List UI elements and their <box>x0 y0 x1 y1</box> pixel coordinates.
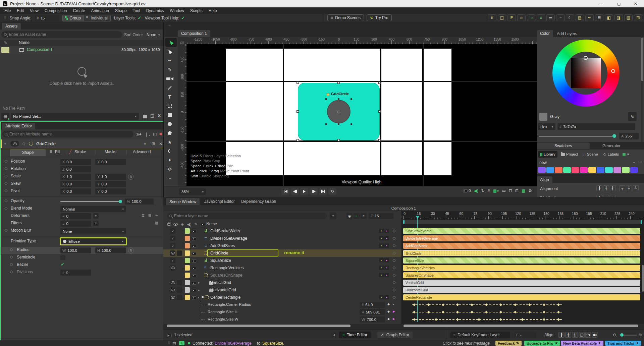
menu-help[interactable]: Help <box>206 8 220 13</box>
tab-attribute-editor[interactable]: Attribute Editor <box>2 123 35 129</box>
pin-icon[interactable]: ⌖ <box>144 141 146 146</box>
divisions-field[interactable]: #0 <box>60 270 91 276</box>
isolate-icon[interactable]: ◉ <box>346 213 353 219</box>
swatch[interactable] <box>555 167 562 173</box>
expand-icon[interactable]: ▸ <box>198 281 200 284</box>
status-target-link[interactable]: SquareSize. <box>262 341 284 346</box>
feedback-button[interactable]: Feedback✎ <box>495 341 522 346</box>
visibility-eye[interactable] <box>170 287 175 293</box>
layer-swatch[interactable] <box>185 228 190 234</box>
align-left-button[interactable]: ┠ <box>596 185 602 191</box>
snap-angle-input[interactable]: #15 <box>35 15 59 21</box>
solo-ring[interactable] <box>393 259 395 262</box>
layer-name[interactable]: GridCircle <box>210 251 228 255</box>
timeline-ruler[interactable]: 0153045607590105120135150165180195210225… <box>401 211 644 219</box>
viewport-help-checkbox[interactable]: ✓ <box>181 15 185 20</box>
swatch[interactable] <box>605 167 613 173</box>
palette-more-icon[interactable]: ⋯ <box>638 160 642 164</box>
try-pro-button[interactable]: ↯Try Pro <box>367 14 392 21</box>
dots-grid-icon[interactable]: ⠿ <box>488 14 496 21</box>
go-to-end-button[interactable] <box>319 188 327 195</box>
layer-name[interactable]: SquaresOnShape <box>210 273 242 278</box>
kf-align-left-button[interactable]: ┠ <box>558 332 565 338</box>
palette-caret-icon[interactable]: ▾ <box>633 161 635 164</box>
pick-column-icon[interactable]: ✎ <box>194 222 198 227</box>
deformer-wave-icon[interactable]: ∿ <box>155 213 158 218</box>
arc-tool[interactable] <box>164 147 175 156</box>
swatch[interactable] <box>580 167 588 173</box>
visibility-check[interactable]: ✓ <box>170 258 175 263</box>
keyframe-diamond-icon[interactable]: ◆ <box>387 317 390 321</box>
rotation-z-field[interactable]: Z0.0 <box>60 166 91 172</box>
swatch[interactable] <box>630 167 638 173</box>
selection-handle[interactable] <box>297 81 299 84</box>
layer-row[interactable]: ▸ VerticalGrid <box>163 279 401 286</box>
keyframe-indicators[interactable]: ◖▸ <box>379 243 389 248</box>
menu-composition[interactable]: Composition <box>42 8 70 13</box>
trash-icon[interactable]: ✖ <box>158 113 161 118</box>
layer-camera-icon[interactable] <box>192 252 196 255</box>
h-scrollbar[interactable] <box>167 325 351 327</box>
library-source-button[interactable]: |||Library <box>538 151 557 158</box>
kf-align-center-button[interactable]: ╂ <box>565 332 571 338</box>
layer-row[interactable]: ✓ GridStrokeWidth ◖▸ <box>163 227 401 235</box>
opacity-value-field[interactable]: %100.0 <box>125 198 154 205</box>
sliders-icon[interactable]: ⚌ <box>546 14 555 21</box>
text-tool[interactable]: T <box>164 92 175 101</box>
collapse-icon[interactable]: ▾ <box>198 296 199 299</box>
layer-swatch[interactable] <box>185 287 190 293</box>
audio-column-icon[interactable]: ◀) <box>187 222 191 227</box>
visibility-check[interactable]: ✓ <box>170 236 175 241</box>
keyframe-indicators[interactable]: ◖▸ <box>379 273 389 277</box>
add-filter-button[interactable]: + <box>93 221 99 226</box>
line-tool[interactable] <box>164 83 175 92</box>
layer-swatch[interactable] <box>185 258 190 263</box>
camera-count-button[interactable]: 0 <box>463 188 471 193</box>
layer-name[interactable]: CenterRectangle <box>210 295 240 300</box>
solo-ring[interactable] <box>393 289 395 291</box>
deformer-graph-icon[interactable]: ⊞ <box>148 213 151 218</box>
solo-ring[interactable] <box>393 281 395 284</box>
close-attributes-icon[interactable]: ✕ <box>159 141 162 146</box>
attribute-row[interactable]: Rectangle.Corner Radius #64.0 ◆ ▸ <box>163 301 401 308</box>
pivot-x-field[interactable]: X0.0 <box>60 188 91 194</box>
layer-name[interactable]: GridStrokeWidth <box>210 229 240 233</box>
tab-align[interactable]: Align <box>537 176 552 183</box>
track-bar[interactable]: SquareSize <box>403 257 640 264</box>
stack-icon[interactable]: ⊟ <box>509 188 512 193</box>
grid-circle-shape[interactable]: ⊙ <box>327 100 351 123</box>
menu-scripts[interactable]: Scripts <box>187 8 206 13</box>
primitive-type-select[interactable]: Ellipse▾ <box>60 237 127 245</box>
layer-name[interactable]: AddGridSizes <box>210 243 235 248</box>
motion-path-icon[interactable]: ⇢ <box>527 14 535 21</box>
solo-box[interactable] <box>177 280 182 285</box>
blend-mode-select[interactable]: Normal▾ <box>60 206 126 212</box>
align-middle-v-button[interactable]: ┿ <box>626 185 632 191</box>
swatch[interactable] <box>613 167 621 173</box>
circle-handle[interactable] <box>325 123 327 125</box>
layer-name[interactable]: HorizontalGrid <box>210 288 236 292</box>
next-keyframe-icon[interactable]: ▸ <box>393 302 394 306</box>
loop-button[interactable]: ↻ <box>328 188 336 195</box>
tab-assets[interactable]: Assets <box>2 23 21 30</box>
expand-icon[interactable]: ▸ <box>198 288 200 292</box>
layer-row-selected[interactable]: GridCircle rename it <box>163 249 401 257</box>
layer-camera-icon[interactable] <box>192 296 196 299</box>
align-center-h-button[interactable]: ╂ <box>603 185 609 191</box>
swatch[interactable] <box>622 167 630 173</box>
alpha-slider-knob[interactable] <box>612 134 616 138</box>
keyframe-diamond-icon[interactable]: ◆ <box>387 310 390 313</box>
sort-order-value[interactable]: None <box>147 33 156 37</box>
layer-camera-icon[interactable] <box>192 289 196 292</box>
visibility-eye[interactable] <box>170 250 175 256</box>
tab-color[interactable]: Color <box>537 30 553 37</box>
add-layer-button[interactable]: + <box>330 213 336 219</box>
selection-handle[interactable] <box>378 110 381 113</box>
moon-icon[interactable]: ☾ <box>566 14 574 21</box>
keyframe-track[interactable] <box>401 302 644 308</box>
more-options-icon[interactable]: ⋯ <box>556 14 565 21</box>
alpha-slider[interactable] <box>539 136 614 136</box>
layer-tools-checkbox[interactable]: ✓ <box>138 15 141 20</box>
scale-y-field[interactable]: Y1.0 <box>95 174 126 180</box>
panel-menu-icon[interactable]: ⋯ <box>167 23 171 27</box>
